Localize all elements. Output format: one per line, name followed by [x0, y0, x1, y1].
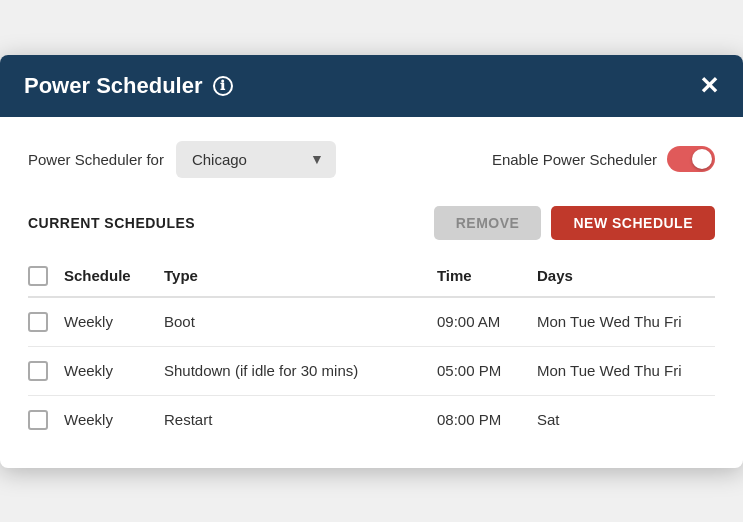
remove-button[interactable]: REMOVE — [434, 206, 542, 240]
schedules-actions: REMOVE NEW SCHEDULE — [434, 206, 715, 240]
schedule-table: Schedule Type Time Days Weekly Boot 09:0… — [28, 256, 715, 444]
table-row: Weekly Shutdown (if idle for 30 mins) 05… — [28, 346, 715, 395]
row-checkbox-cell — [28, 346, 64, 395]
schedule-table-body: Weekly Boot 09:00 AM Mon Tue Wed Thu Fri… — [28, 297, 715, 444]
row-schedule-1: Weekly — [64, 346, 164, 395]
row-type-2: Restart — [164, 395, 437, 444]
row-checkbox-cell — [28, 297, 64, 347]
enable-label: Enable Power Scheduler — [492, 151, 657, 168]
scheduler-for-label: Power Scheduler for — [28, 151, 164, 168]
close-icon[interactable]: ✕ — [699, 74, 719, 98]
col-type-header: Type — [164, 256, 437, 297]
col-time-header: Time — [437, 256, 537, 297]
schedules-header: CURRENT SCHEDULES REMOVE NEW SCHEDULE — [28, 206, 715, 240]
top-controls: Power Scheduler for ChicagoNew YorkLos A… — [28, 141, 715, 178]
table-row: Weekly Boot 09:00 AM Mon Tue Wed Thu Fri — [28, 297, 715, 347]
table-row: Weekly Restart 08:00 PM Sat — [28, 395, 715, 444]
modal-title: Power Scheduler — [24, 73, 203, 99]
modal-body: Power Scheduler for ChicagoNew YorkLos A… — [0, 117, 743, 468]
row-type-1: Shutdown (if idle for 30 mins) — [164, 346, 437, 395]
row-type-0: Boot — [164, 297, 437, 347]
header-left: Power Scheduler ℹ — [24, 73, 233, 99]
row-checkbox-0[interactable] — [28, 312, 48, 332]
new-schedule-button[interactable]: NEW SCHEDULE — [551, 206, 715, 240]
select-all-checkbox[interactable] — [28, 266, 48, 286]
row-days-2: Sat — [537, 395, 715, 444]
row-time-1: 05:00 PM — [437, 346, 537, 395]
toggle-track — [667, 146, 715, 172]
schedules-section-title: CURRENT SCHEDULES — [28, 215, 195, 231]
location-select-wrapper: ChicagoNew YorkLos Angeles ▼ — [176, 141, 336, 178]
col-schedule-header: Schedule — [64, 256, 164, 297]
top-controls-right: Enable Power Scheduler — [492, 146, 715, 172]
location-select[interactable]: ChicagoNew YorkLos Angeles — [176, 141, 336, 178]
row-checkbox-cell — [28, 395, 64, 444]
row-schedule-0: Weekly — [64, 297, 164, 347]
row-schedule-2: Weekly — [64, 395, 164, 444]
col-days-header: Days — [537, 256, 715, 297]
enable-toggle[interactable] — [667, 146, 715, 172]
row-time-2: 08:00 PM — [437, 395, 537, 444]
row-checkbox-2[interactable] — [28, 410, 48, 430]
row-checkbox-1[interactable] — [28, 361, 48, 381]
row-days-0: Mon Tue Wed Thu Fri — [537, 297, 715, 347]
table-header-row: Schedule Type Time Days — [28, 256, 715, 297]
power-scheduler-modal: Power Scheduler ℹ ✕ Power Scheduler for … — [0, 55, 743, 468]
col-checkbox-header — [28, 256, 64, 297]
toggle-thumb — [692, 149, 712, 169]
modal-header: Power Scheduler ℹ ✕ — [0, 55, 743, 117]
info-icon[interactable]: ℹ — [213, 76, 233, 96]
top-controls-left: Power Scheduler for ChicagoNew YorkLos A… — [28, 141, 336, 178]
row-time-0: 09:00 AM — [437, 297, 537, 347]
row-days-1: Mon Tue Wed Thu Fri — [537, 346, 715, 395]
